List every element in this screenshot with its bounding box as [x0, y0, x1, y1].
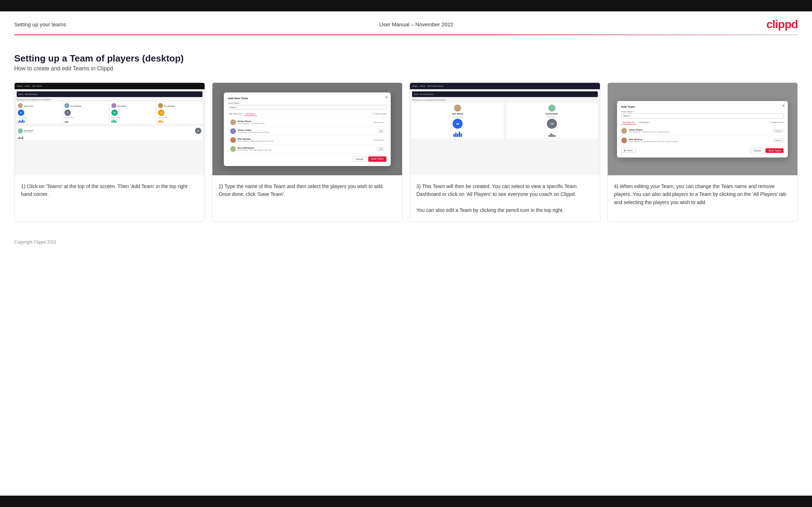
bar	[162, 121, 163, 123]
team-name-input[interactable]: Team A	[621, 113, 784, 118]
info-a: Plus Handicap	[453, 116, 462, 118]
tab-all-players[interactable]: All Players	[637, 121, 650, 124]
save-team-button[interactable]: Save Team	[765, 148, 784, 153]
player-list: Adrian Player Plus Handicap · The Shire …	[228, 118, 386, 154]
tab-all-players[interactable]: All Players	[244, 112, 257, 116]
mockup1-topbar: Teams My Performance	[17, 91, 202, 97]
player-club: 5.8 Handicap · The Stag Masjing Golf Clu…	[238, 149, 376, 151]
page-title-section: Setting up a Team of players (desktop) H…	[0, 42, 812, 82]
player-mini-card-4: Dave Billingham 78 Player Quality	[157, 102, 202, 124]
edit-player-list: Adrian Player Plus Handicap · The Shire …	[621, 126, 784, 145]
bars-1	[18, 119, 61, 123]
avatar-5	[18, 128, 23, 133]
edit-player-row-1: Adrian Player Plus Handicap · The Shire …	[621, 126, 784, 136]
bars-5	[18, 135, 201, 139]
close-icon[interactable]: ✕	[782, 104, 785, 108]
filter-checkbox[interactable]	[770, 121, 772, 123]
avatar-4	[158, 103, 163, 108]
mockup1-body: Teams My Performance Showing 4 out of 4 …	[15, 89, 205, 175]
bar	[552, 134, 554, 137]
label-1: Player Quality	[18, 117, 61, 118]
bars-4	[158, 119, 201, 123]
bar	[554, 135, 555, 137]
avatar-2	[64, 103, 69, 108]
player-cards-area: Adrian Collins 84 Player Quality	[17, 102, 202, 140]
player-row-4: Dave Billingham 5.8 Handicap · The Stag …	[228, 145, 386, 153]
mockup1-nav: clippd Home My Teams	[15, 83, 205, 89]
showing-text: Showing 4 out of 4 players from All Play…	[17, 98, 202, 101]
nav-home: Home	[25, 85, 30, 87]
m3-topbar: Teams My Performance	[412, 91, 598, 97]
name-4: Dave Billingham	[164, 105, 175, 107]
card-1: clippd Home My Teams Teams My Performanc…	[14, 82, 205, 222]
player-avatar	[621, 128, 627, 134]
bar	[158, 121, 159, 123]
player-mini-card-1: Adrian Collins 84 Player Quality	[17, 102, 62, 124]
score-1: 84	[18, 110, 24, 116]
bar	[550, 133, 552, 137]
tab-my-team[interactable]: My Team (2)	[621, 121, 636, 124]
tab-my-team[interactable]: My Team (2)	[228, 112, 243, 116]
avatar-3	[111, 103, 116, 108]
player-added-label: Player Added	[374, 121, 384, 123]
filter-by-name: Filter by name	[770, 121, 784, 123]
score-b: 72	[547, 119, 557, 129]
header: Setting up your teams User Manual – Nove…	[0, 11, 812, 34]
player-club: Plus Handicap · Royal North Devon Golf C…	[629, 140, 772, 143]
cancel-button[interactable]: Cancel	[352, 156, 367, 162]
remove-button-2[interactable]: Remove	[774, 139, 784, 142]
page-subtitle: How to create and edit Teams in Clippd	[14, 65, 798, 72]
bar	[459, 132, 460, 137]
modal-footer: Cancel Save Team	[228, 156, 386, 162]
modal-tabs: My Team (2) All Players Filter by name	[228, 112, 386, 116]
card-4-text: 4) When editing your Team, you can chang…	[608, 175, 798, 222]
bar	[18, 138, 19, 139]
card-3: clippd Home My Performance Teams My Perf…	[410, 82, 600, 222]
m3-player-b: Richard Butler Plus Handicap 72	[506, 103, 598, 139]
label-4: Player Quality	[158, 117, 201, 118]
topbar-teams-link: Teams	[18, 93, 23, 95]
edit-team-modal: Edit Team ✕ Team Name * Team A My Team (…	[617, 101, 788, 158]
bars-2	[64, 119, 107, 123]
team-name-input[interactable]: Team A	[228, 105, 386, 110]
add-player-button[interactable]: Add	[378, 129, 384, 133]
remove-button-1[interactable]: Remove	[774, 129, 784, 133]
filter-checkbox[interactable]	[372, 113, 374, 115]
copyright: Copyright Clippd 2021	[14, 240, 57, 245]
edit-modal-tabs: My Team (2) All Players Filter by name	[621, 121, 784, 124]
player-row-3: Blair McHarg Plus Handicap · Royal North…	[228, 136, 386, 145]
m3-player-a: Blair McHarg Plus Handicap 94	[412, 103, 503, 139]
bar	[21, 138, 22, 139]
add-player-button[interactable]: Add	[378, 147, 384, 151]
player-info: Dave Billingham 5.8 Handicap · The Stag …	[238, 147, 376, 151]
bar	[22, 119, 23, 123]
bar	[453, 134, 455, 137]
player-avatar	[230, 137, 236, 143]
player-mini-card-5: Richard Butler Plus Handicap 72	[17, 127, 202, 140]
card-2-screenshot: Add New Team ✕ Team Name * Team A My Tea…	[212, 83, 402, 175]
avatar-1	[18, 103, 23, 108]
player-avatar	[230, 146, 236, 152]
close-icon[interactable]: ✕	[385, 95, 388, 99]
bar	[18, 121, 19, 123]
bars-3	[111, 119, 154, 123]
bar	[161, 121, 162, 123]
bar	[455, 133, 457, 137]
avatar-b	[548, 105, 555, 112]
clippd-logo: clippd	[766, 18, 798, 31]
card-3-screenshot: clippd Home My Performance Teams My Perf…	[410, 83, 600, 175]
avatar-a	[454, 105, 461, 112]
bar	[19, 120, 20, 123]
save-team-button[interactable]: Save Team	[368, 156, 386, 162]
player-info: Adrian Coliba 1 Handicap · Central Londo…	[238, 129, 376, 133]
header-left-text: Setting up your teams	[14, 21, 66, 27]
bar	[116, 121, 117, 123]
mockup-add-team: Add New Team ✕ Team Name * Team A My Tea…	[212, 83, 402, 175]
cards-grid: clippd Home My Teams Teams My Performanc…	[0, 82, 812, 236]
delete-team-button[interactable]: 🗑 Delete	[621, 148, 635, 153]
bar	[64, 122, 65, 123]
bar	[113, 119, 114, 123]
m3-body: Teams My Performance Showing 4 out of 4 …	[410, 89, 600, 175]
edit-player-row-2: Blair McHarg Plus Handicap · Royal North…	[621, 136, 784, 145]
cancel-button[interactable]: Cancel	[750, 148, 764, 153]
